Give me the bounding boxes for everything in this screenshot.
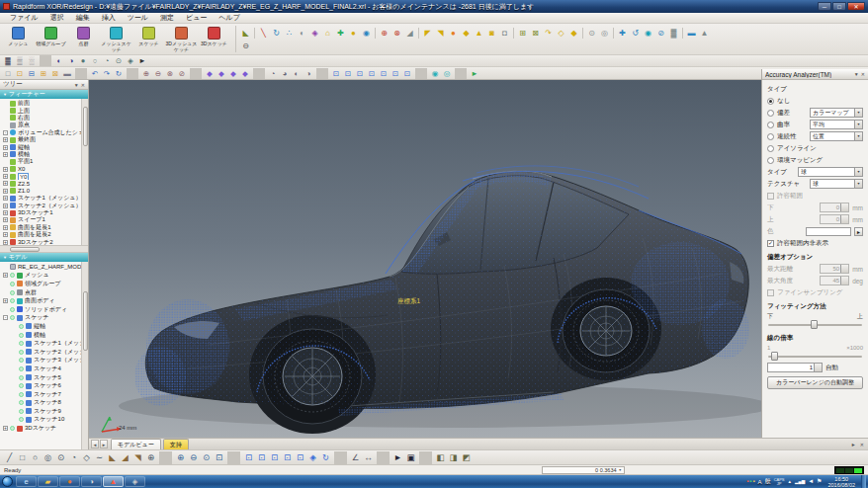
heal-mesh-icon[interactable]: ✚: [334, 28, 347, 40]
expand-toggle-icon[interactable]: [3, 159, 8, 164]
visibility-eye-icon[interactable]: [19, 392, 24, 397]
show-desktop-button[interactable]: [861, 475, 866, 488]
model-item-surface-body[interactable]: + 曲面ボディ: [0, 296, 81, 305]
visibility-eye-icon[interactable]: [10, 273, 15, 278]
compare-icon[interactable]: ▲: [698, 28, 711, 40]
expand-toggle-icon[interactable]: [3, 282, 8, 286]
curvature-mode-select[interactable]: 平均 ▼: [810, 120, 863, 129]
select-none-icon[interactable]: ○: [89, 55, 101, 66]
view-right-icon[interactable]: ⊡: [366, 68, 378, 79]
new-file-icon[interactable]: □: [2, 68, 14, 79]
rectangle-tool-icon[interactable]: □: [16, 451, 29, 464]
radio-isoline[interactable]: [767, 145, 774, 152]
expand-toggle-icon[interactable]: [12, 366, 17, 371]
tree-item-extend-surface1[interactable]: + 曲面を延長1: [0, 224, 81, 231]
print-icon[interactable]: ▬: [61, 68, 73, 79]
panel-close-icon[interactable]: ✕: [81, 82, 85, 88]
tree-item-plane1[interactable]: 平面1: [0, 158, 81, 165]
view-top2-icon[interactable]: ⊡: [294, 451, 306, 464]
radio-row-curvature[interactable]: 曲率 平均 ▼: [767, 119, 863, 130]
tolerance-upper-input[interactable]: 0: [820, 214, 849, 224]
tree-item-sweep1[interactable]: + スイープ1: [0, 216, 81, 223]
polygon-tool-icon[interactable]: ◇: [80, 451, 93, 464]
surface-fit-icon[interactable]: ⊞: [516, 28, 529, 40]
view-left2-icon[interactable]: ⊡: [268, 451, 281, 464]
expand-toggle-icon[interactable]: +: [3, 145, 8, 150]
point-pick-icon[interactable]: ∴: [283, 28, 296, 40]
shade-icon[interactable]: ◐: [296, 28, 308, 40]
tray-app-yellow[interactable]: ▪: [752, 476, 754, 487]
save-file-icon[interactable]: ⊟: [26, 68, 38, 79]
revolve-icon[interactable]: ◆: [567, 28, 580, 40]
point-cloud-button[interactable]: 点群: [67, 25, 100, 53]
view-back-icon[interactable]: ⊡: [342, 68, 354, 79]
extrude-icon[interactable]: ◇: [555, 28, 567, 40]
model-item-sketch3[interactable]: スケッチ3（メッシュ: [0, 357, 81, 366]
region-merge-icon[interactable]: ◆: [460, 28, 473, 40]
view-back2-icon[interactable]: ⊡: [255, 451, 268, 464]
taskbar-media-player[interactable]: ●: [59, 476, 80, 487]
nav-pan-icon[interactable]: ◆: [204, 68, 216, 79]
refresh-icon[interactable]: ↻: [113, 68, 125, 79]
orbit-icon[interactable]: ↻: [270, 28, 283, 40]
expand-toggle-icon[interactable]: [12, 383, 17, 388]
model-item-sketch-folder[interactable]: - スケッチ: [0, 314, 81, 323]
line-tool-icon[interactable]: ╱: [3, 451, 16, 464]
view-rotate2-icon[interactable]: ↻: [319, 451, 332, 464]
tab-scroll-right-icon[interactable]: ►: [100, 440, 108, 448]
visibility-eye-icon[interactable]: [19, 383, 24, 388]
arc-tool-icon[interactable]: ◔: [67, 451, 80, 464]
boolean-cut-icon[interactable]: ↺: [629, 28, 642, 40]
auto-color-range-button[interactable]: カラーバーレンジの自動調整: [767, 376, 863, 389]
tolerance-checkbox[interactable]: [767, 193, 774, 200]
select-poly-icon[interactable]: ◈: [125, 55, 136, 66]
tab-document[interactable]: 支持: [163, 439, 189, 449]
zoom-out-icon[interactable]: ⊖: [187, 451, 200, 464]
slider-thumb[interactable]: [811, 320, 818, 329]
viewport-3d[interactable]: 座標系1 24 mm: [89, 80, 761, 438]
model-item-mesh[interactable]: + メッシュ: [0, 272, 81, 281]
model-item-sketch6[interactable]: スケッチ6: [0, 381, 81, 390]
taskbar-rapidform[interactable]: ▲: [103, 476, 124, 487]
add-entity-icon[interactable]: ⊕: [140, 68, 152, 79]
render-shade-icon[interactable]: ◕: [279, 68, 291, 79]
visibility-eye-icon[interactable]: [19, 350, 24, 355]
taskbar-ie[interactable]: e: [16, 476, 37, 487]
model-item-sketch5[interactable]: スケッチ5: [0, 373, 81, 382]
expand-toggle-icon[interactable]: [12, 324, 17, 329]
visibility-eye-icon[interactable]: [19, 409, 24, 414]
panel-close-icon[interactable]: ✕: [861, 71, 865, 77]
target-remove-icon[interactable]: ⊗: [391, 28, 403, 40]
zoom-fit-icon[interactable]: ⊙: [200, 451, 213, 464]
visibility-eye-icon[interactable]: [10, 315, 15, 320]
model-item-region-group[interactable]: 領域グループ: [0, 280, 81, 288]
model-item-horizontal-axis[interactable]: 横軸: [0, 331, 81, 340]
menu-view[interactable]: ビュー: [180, 13, 213, 23]
hide-in-tolerance-checkbox[interactable]: ✓: [767, 240, 774, 247]
taskbar-photo-viewer[interactable]: ◑: [81, 476, 102, 487]
taskbar-explorer[interactable]: ▰: [38, 476, 58, 487]
3d-sketch-button[interactable]: 3Dスケッチ: [198, 25, 230, 53]
figure-icon[interactable]: ●: [347, 28, 360, 40]
model-item-sketch4[interactable]: スケッチ4: [0, 365, 81, 373]
tree-item-z2-5[interactable]: + Z2.5: [0, 180, 81, 187]
expand-toggle-icon[interactable]: +: [3, 203, 8, 208]
tray-app-green[interactable]: ▪: [749, 476, 751, 487]
smart-select-icon[interactable]: ╲: [257, 28, 270, 40]
model-item-sketch1[interactable]: スケッチ1（メッシュ: [0, 339, 81, 348]
fitting-method-slider[interactable]: [767, 320, 863, 330]
nav-fit-icon[interactable]: ◆: [239, 68, 251, 79]
expand-toggle-icon[interactable]: [12, 358, 17, 363]
tolerance-lower-input[interactable]: 0: [820, 203, 849, 212]
visibility-eye-icon[interactable]: [19, 400, 24, 405]
select-filter2-icon[interactable]: ◨: [447, 451, 460, 464]
visibility-eye-icon[interactable]: [19, 333, 24, 338]
model-tree-header[interactable]: ▼ モデル: [0, 253, 88, 262]
model-item-root[interactable]: RE_EG_Z_HARF_MODEL_I: [0, 263, 81, 272]
measure-angle-icon[interactable]: ∠: [349, 451, 362, 464]
tree-item-vertical-axis[interactable]: + 縦軸: [0, 143, 81, 150]
cut-entity-icon[interactable]: ⊗: [164, 68, 176, 79]
tree-item-top-plane[interactable]: 上面: [0, 107, 81, 114]
tab-model-view[interactable]: モデルビュー: [111, 439, 161, 449]
mirror-icon[interactable]: ⊘: [654, 28, 667, 40]
